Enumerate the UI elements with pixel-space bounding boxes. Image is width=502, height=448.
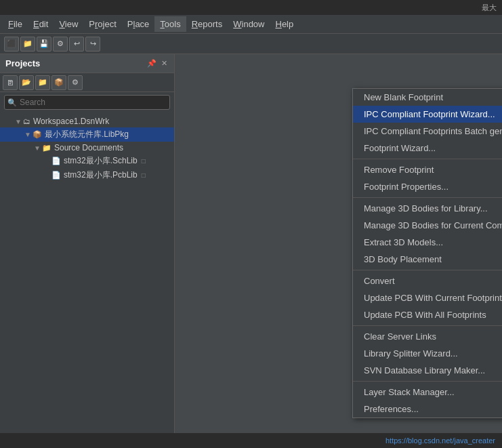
toolbar-btn-4[interactable]: ⚙ xyxy=(53,37,68,52)
toolbar-btn-3[interactable]: 💾 xyxy=(37,37,51,52)
sidebar: Projects 📌 ✕ 🖹 📂 📁 📦 ⚙ 🔍 ▼ 🗂 Workspace1.… xyxy=(0,54,175,433)
title-bar: 最大 xyxy=(0,0,502,15)
layer-stack-label: Layer Stack Manager... xyxy=(364,387,455,397)
status-bar: https://blog.csdn.net/java_creater xyxy=(0,433,502,448)
schlib-label: stm32最小库.SchLib xyxy=(64,155,138,167)
toolbar: ⬛ 📁 💾 ⚙ ↩ ↪ xyxy=(0,34,502,54)
footprint-properties-label: Footprint Properties... xyxy=(364,182,448,192)
search-input[interactable] xyxy=(4,95,170,110)
extract-3d-label: Extract 3D Models... xyxy=(364,237,443,247)
svn-library-maker-label: SVN Database Library Maker... xyxy=(364,365,485,375)
search-icon: 🔍 xyxy=(7,98,17,107)
svn-library-maker[interactable]: SVN Database Library Maker... xyxy=(353,362,502,379)
ipc-batch-label: IPC Compliant Footprints Batch generator… xyxy=(364,126,502,136)
remove-footprint[interactable]: Remove Footprint xyxy=(353,161,502,178)
toolbar-btn-2[interactable]: 📁 xyxy=(20,37,35,52)
toolbar-btn-1[interactable]: ⬛ xyxy=(4,37,19,52)
manage-3d-library[interactable]: Manage 3D Bodies for Library... xyxy=(353,200,502,217)
panel-header: Projects 📌 ✕ xyxy=(0,54,174,73)
new-blank-footprint[interactable]: New Blank Footprint xyxy=(353,89,502,106)
panel-close-icon[interactable]: ✕ xyxy=(159,59,169,68)
undo-btn[interactable]: ↩ xyxy=(69,37,84,52)
schlib-icon: 📄 xyxy=(51,157,61,165)
pcblib-icon: 📄 xyxy=(51,171,61,180)
file-menu[interactable]: File xyxy=(3,16,28,32)
tree-item-source[interactable]: ▼ 📁 Source Documents xyxy=(0,142,174,154)
menu-bar: File Edit View Project Place Tools Repor… xyxy=(0,15,502,34)
dropdown-overlay: New Blank FootprintIPC Compliant Footpri… xyxy=(175,88,502,433)
preferences-label: Preferences... xyxy=(364,404,419,414)
place-menu[interactable]: Place xyxy=(122,16,155,32)
libpkg-label: 最小系统元件库.LibPkg xyxy=(45,129,129,140)
view-menu[interactable]: View xyxy=(54,16,83,32)
project-menu[interactable]: Project xyxy=(83,16,121,32)
tools-menu[interactable]: Tools xyxy=(154,16,186,32)
window-menu[interactable]: Window xyxy=(228,16,270,32)
extract-3d[interactable]: Extract 3D Models... xyxy=(353,234,502,251)
3d-body-placement[interactable]: 3D Body Placement▶ xyxy=(353,251,502,268)
new-blank-footprint-label: New Blank Footprint xyxy=(364,92,443,102)
pcblib-doc-icon: □ xyxy=(142,171,146,179)
dropdown-separator-7 xyxy=(353,197,502,198)
reports-menu[interactable]: Reports xyxy=(186,16,228,32)
clear-server-links-label: Clear Server Links xyxy=(364,331,436,342)
panel-toolbar: 🖹 📂 📁 📦 ⚙ xyxy=(0,73,174,92)
layer-stack[interactable]: Layer Stack Manager... xyxy=(353,384,502,401)
ipc-wizard-label: IPC Compliant Footprint Wizard... xyxy=(364,109,495,119)
tree-arrow-libpkg: ▼ xyxy=(24,131,33,138)
tree-arrow-source: ▼ xyxy=(34,144,42,152)
dropdown-separator-16 xyxy=(353,325,502,326)
panel-tb-4[interactable]: 📦 xyxy=(51,75,66,90)
clear-server-links[interactable]: Clear Server Links xyxy=(353,328,502,345)
library-splitter-label: Library Splitter Wizard... xyxy=(364,348,458,359)
tree-item-pcblib[interactable]: 📄 stm32最小库.PcbLib □ xyxy=(0,168,174,182)
manage-3d-component[interactable]: Manage 3D Bodies for Current Component..… xyxy=(353,217,502,234)
tree-item-workspace[interactable]: ▼ 🗂 Workspace1.DsnWrk xyxy=(0,115,174,127)
panel-tb-3[interactable]: 📁 xyxy=(35,75,50,90)
dropdown-separator-20 xyxy=(353,381,502,382)
tree-item-schlib[interactable]: 📄 stm32最小库.SchLib □ xyxy=(0,154,174,168)
dropdown-separator-12 xyxy=(353,270,502,270)
workspace-label: Workspace1.DsnWrk xyxy=(33,117,109,126)
panel-title: Projects xyxy=(5,58,40,68)
title-bar-text: 最大 xyxy=(482,3,497,13)
dropdown-separator-4 xyxy=(353,159,502,159)
preferences[interactable]: Preferences... xyxy=(353,401,502,418)
status-url: https://blog.csdn.net/java_creater xyxy=(385,436,495,445)
source-folder-icon: 📁 xyxy=(42,144,51,152)
help-menu[interactable]: Help xyxy=(270,16,299,32)
convert-label: Convert xyxy=(364,276,395,286)
tree-area: ▼ 🗂 Workspace1.DsnWrk ▼ 📦 最小系统元件库.LibPkg… xyxy=(0,113,174,433)
convert[interactable]: Convert▶ xyxy=(353,272,502,289)
panel-tb-1[interactable]: 🖹 xyxy=(3,75,18,90)
update-pcb-current[interactable]: Update PCB With Current Footprint xyxy=(353,289,502,306)
ipc-batch[interactable]: IPC Compliant Footprints Batch generator… xyxy=(353,123,502,140)
source-label: Source Documents xyxy=(54,143,123,152)
workspace-icon: 🗂 xyxy=(23,117,30,125)
footprint-properties[interactable]: Footprint Properties... xyxy=(353,178,502,195)
footprint-wizard-label: Footprint Wizard... xyxy=(364,143,436,153)
panel-pin-icon[interactable]: 📌 xyxy=(147,59,156,68)
libpkg-icon: 📦 xyxy=(33,130,42,139)
manage-3d-component-label: Manage 3D Bodies for Current Component..… xyxy=(364,220,502,230)
panel-icons: 📌 ✕ xyxy=(147,59,169,68)
3d-body-placement-label: 3D Body Placement xyxy=(364,254,442,264)
schlib-doc-icon: □ xyxy=(142,157,146,165)
tools-dropdown: New Blank FootprintIPC Compliant Footpri… xyxy=(352,88,502,418)
update-pcb-all[interactable]: Update PCB With All Footprints xyxy=(353,306,502,323)
edit-menu[interactable]: Edit xyxy=(28,16,54,32)
redo-btn[interactable]: ↪ xyxy=(85,37,100,52)
manage-3d-library-label: Manage 3D Bodies for Library... xyxy=(364,203,488,213)
library-splitter[interactable]: Library Splitter Wizard... xyxy=(353,345,502,362)
update-pcb-current-label: Update PCB With Current Footprint xyxy=(364,293,502,303)
tree-item-libpkg[interactable]: ▼ 📦 最小系统元件库.LibPkg xyxy=(0,127,174,142)
pcblib-label: stm32最小库.PcbLib xyxy=(64,169,138,181)
update-pcb-all-label: Update PCB With All Footprints xyxy=(364,310,486,320)
footprint-wizard[interactable]: Footprint Wizard... xyxy=(353,140,502,157)
content-area: New Blank FootprintIPC Compliant Footpri… xyxy=(175,54,502,433)
panel-tb-2[interactable]: 📂 xyxy=(19,75,34,90)
ipc-wizard[interactable]: IPC Compliant Footprint Wizard... xyxy=(353,106,502,123)
panel-tb-gear[interactable]: ⚙ xyxy=(68,75,83,90)
search-box: 🔍 xyxy=(4,95,170,110)
main-area: Projects 📌 ✕ 🖹 📂 📁 📦 ⚙ 🔍 ▼ 🗂 Workspace1.… xyxy=(0,54,502,433)
